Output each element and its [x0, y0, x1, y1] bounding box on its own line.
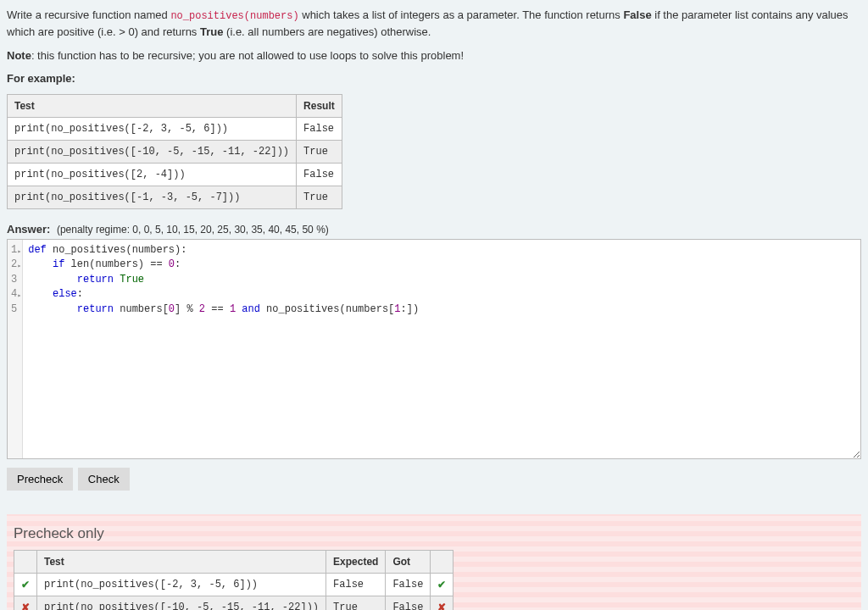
example-result-cell: False [297, 163, 342, 186]
table-row: print(no_positives([2, -4]))False [8, 163, 342, 186]
prompt-intro-post: which takes a list of integers as a para… [299, 8, 624, 21]
table-row: ✘print(no_positives([-10, -5, -15, -11, … [14, 596, 453, 610]
example-label: For example: [7, 70, 861, 87]
results-table: Test Expected Got ✔print(no_positives([-… [14, 550, 453, 611]
results-header-status-right [431, 550, 453, 573]
status-left-cell: ✘ [14, 596, 37, 610]
cross-icon: ✘ [21, 602, 30, 611]
editor-code-area[interactable]: def no_positives(numbers): if len(number… [23, 240, 860, 458]
table-row: print(no_positives([-1, -3, -5, -7]))Tru… [8, 186, 342, 208]
line-number: 1 [11, 243, 17, 258]
line-number: 3 [11, 273, 17, 287]
example-test-cell: print(no_positives([-1, -3, -5, -7])) [8, 186, 297, 208]
result-test-cell: print(no_positives([-2, 3, -5, 6])) [37, 573, 326, 596]
answer-line: Answer: (penalty regime: 0, 0, 5, 10, 15… [7, 221, 861, 238]
check-button[interactable]: Check [78, 468, 130, 491]
check-icon: ✔ [437, 579, 446, 591]
prompt-intro-tail: (i.e. all numbers are negatives) otherwi… [223, 25, 431, 38]
result-test-cell: print(no_positives([-10, -5, -15, -11, -… [37, 596, 326, 610]
status-right-cell: ✘ [431, 596, 453, 610]
results-header-expected: Expected [326, 550, 386, 573]
true-word: True [200, 25, 223, 38]
function-signature: no_positives(numbers) [170, 10, 298, 22]
examples-header-test: Test [8, 94, 297, 117]
note-text: : this function has to be recursive; you… [31, 49, 464, 62]
examples-table: Test Result print(no_positives([-2, 3, -… [7, 94, 342, 209]
example-test-cell: print(no_positives([2, -4])) [8, 163, 297, 186]
line-number: 2 [11, 258, 17, 272]
button-row: Precheck Check [7, 468, 861, 491]
example-result-cell: True [297, 140, 342, 163]
check-icon: ✔ [21, 579, 30, 591]
result-expected-cell: False [326, 573, 386, 596]
note-line: Note: this function has to be recursive;… [7, 47, 861, 64]
example-result-cell: True [297, 186, 342, 208]
results-header-got: Got [386, 550, 431, 573]
example-test-cell: print(no_positives([-10, -5, -15, -11, -… [8, 140, 297, 163]
cross-icon: ✘ [437, 602, 446, 611]
results-header-status-left [14, 550, 37, 573]
line-number: 4 [11, 287, 17, 302]
code-editor[interactable]: 12345 def no_positives(numbers): if len(… [7, 239, 861, 459]
result-expected-cell: True [326, 596, 386, 610]
result-got-cell: False [386, 596, 431, 610]
false-word: False [623, 8, 651, 21]
prompt-intro-pre: Write a recursive function named [7, 8, 170, 21]
results-section: Precheck only Test Expected Got ✔print(n… [7, 514, 861, 610]
question-prompt: Write a recursive function named no_posi… [7, 7, 861, 41]
status-right-cell: ✔ [431, 573, 453, 596]
penalty-regime: (penalty regime: 0, 0, 5, 10, 15, 20, 25… [57, 224, 329, 236]
answer-label: Answer: [7, 223, 50, 236]
table-row: print(no_positives([-2, 3, -5, 6]))False [8, 117, 342, 140]
status-left-cell: ✔ [14, 573, 37, 596]
table-row: print(no_positives([-10, -5, -15, -11, -… [8, 140, 342, 163]
editor-gutter: 12345 [8, 240, 23, 458]
line-number: 5 [11, 302, 17, 317]
example-test-cell: print(no_positives([-2, 3, -5, 6])) [8, 117, 297, 140]
precheck-button[interactable]: Precheck [7, 468, 73, 491]
table-row: ✔print(no_positives([-2, 3, -5, 6]))Fals… [14, 573, 453, 596]
results-header-test: Test [37, 550, 326, 573]
result-got-cell: False [386, 573, 431, 596]
examples-header-result: Result [297, 94, 342, 117]
note-label: Note [7, 49, 31, 62]
results-title: Precheck only [14, 523, 854, 545]
example-result-cell: False [297, 117, 342, 140]
